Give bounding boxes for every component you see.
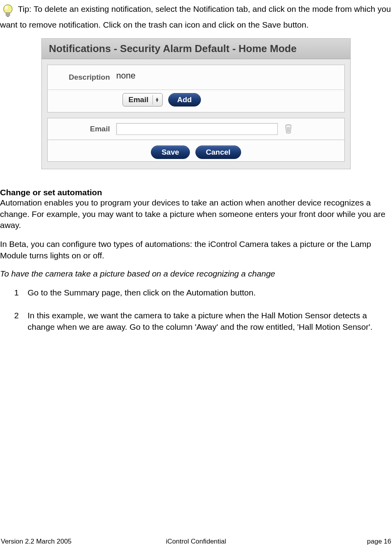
step-item: 2 In this example, we want the camera to… xyxy=(14,310,392,344)
email-panel: Email xyxy=(47,118,345,140)
step-item: 1 Go to the Summary page, then click on … xyxy=(14,287,392,310)
description-label: Description xyxy=(53,73,116,82)
svg-point-0 xyxy=(4,5,12,13)
notifications-dialog: Notifications - Security Alarm Default -… xyxy=(41,38,351,169)
lightbulb-icon xyxy=(0,3,16,19)
svg-rect-2 xyxy=(6,13,10,14)
description-value: none xyxy=(116,70,136,85)
email-row: Email xyxy=(48,118,344,140)
description-panel: Description none Email ▲▼ Add xyxy=(47,65,345,112)
actions-row: Save Cancel xyxy=(48,140,344,161)
page-footer: Version 2.2 March 2005 iControl Confiden… xyxy=(0,538,392,546)
tip-block: Tip: To delete an existing notification,… xyxy=(0,0,392,30)
automation-para-1: Automation enables you to program your d… xyxy=(0,197,392,231)
svg-point-1 xyxy=(5,6,8,9)
email-input[interactable] xyxy=(116,123,278,135)
automation-para-2: In Beta, you can configure two types of … xyxy=(0,231,392,261)
screenshot-container: Notifications - Security Alarm Default -… xyxy=(0,30,392,183)
updown-icon: ▲▼ xyxy=(155,97,161,102)
step-text: In this example, we want the camera to t… xyxy=(28,310,392,333)
add-button[interactable]: Add xyxy=(168,93,201,107)
svg-rect-4 xyxy=(7,16,9,17)
step-number: 1 xyxy=(14,287,28,298)
automation-heading: Change or set automation xyxy=(0,183,392,197)
svg-rect-3 xyxy=(6,14,10,16)
step-text: Go to the Summary page, then click on th… xyxy=(28,287,392,298)
cancel-button[interactable]: Cancel xyxy=(195,146,241,159)
notification-type-select[interactable]: Email ▲▼ xyxy=(123,93,163,107)
step-number: 2 xyxy=(14,310,28,333)
automation-subheading: To have the camera take a picture based … xyxy=(0,261,392,278)
tip-text: Tip: To delete an existing notification,… xyxy=(0,4,391,29)
select-value: Email xyxy=(128,95,149,104)
actions-panel: Save Cancel xyxy=(47,140,345,162)
automation-steps: 1 Go to the Summary page, then click on … xyxy=(0,278,392,344)
footer-center: iControl Confidential xyxy=(0,538,392,546)
type-add-row: Email ▲▼ Add xyxy=(48,90,344,112)
save-button[interactable]: Save xyxy=(151,146,189,159)
trash-icon[interactable] xyxy=(284,124,293,134)
email-label: Email xyxy=(53,125,116,133)
dialog-title: Notifications - Security Alarm Default -… xyxy=(42,39,350,59)
description-row: Description none xyxy=(48,65,344,90)
